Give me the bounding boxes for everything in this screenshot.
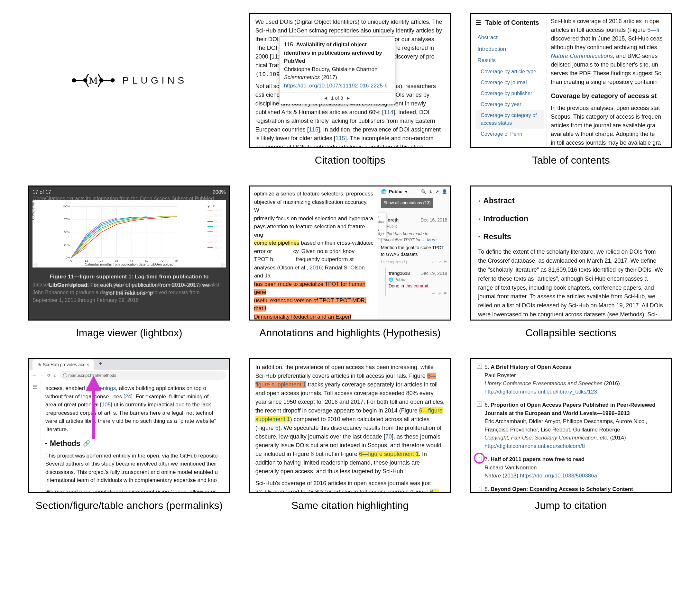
reference-year: (2014) <box>610 435 626 441</box>
new-tab-button[interactable]: + <box>94 358 107 370</box>
lightbox-zoom[interactable]: 200% <box>213 188 226 196</box>
citation-ref[interactable]: 105 <box>102 401 111 408</box>
citation-ref[interactable]: 70 <box>385 433 392 440</box>
flag-icon[interactable]: ⚑ <box>444 291 447 296</box>
highlight[interactable]: useful extended version of TPOT, TPOT-MD… <box>254 297 366 312</box>
reply-icon[interactable]: ↩ <box>432 291 435 296</box>
reference-link[interactable]: https://doi.org/10.1038/500386a <box>520 473 597 479</box>
tile-caption: Same citation highlighting <box>292 500 409 511</box>
lightbox-tile: OpenCitations extracts its information f… <box>28 186 230 320</box>
body-text: than creating a single repository contai… <box>551 79 658 85</box>
section-heading: Methods <box>50 438 80 449</box>
browser-reload-icon[interactable]: ⟳ <box>47 372 51 379</box>
permalink-icon[interactable]: 🔗 <box>83 439 90 448</box>
annotation-entry[interactable]: moorejhDec 16, 2018 🌐 Public Effort has … <box>381 214 447 265</box>
figure-link[interactable]: 6 <box>275 425 279 431</box>
lightbox-image[interactable]: 0%25%50%75%100%012243648607284 Cumulativ… <box>33 200 226 268</box>
toc-subitem-selected[interactable]: Coverage by category of access status <box>476 110 544 129</box>
toc-item-results[interactable]: Results <box>476 55 544 66</box>
reference-title: Half of 2011 papers now free to read <box>491 456 584 462</box>
toc-subitem[interactable]: Coverage by year <box>476 99 544 110</box>
browser-tab[interactable]: 🗎 Sci-Hub provides acc × <box>33 359 94 370</box>
browser-home-icon[interactable]: ⌂ <box>54 372 57 379</box>
citation-ref[interactable]: 115 <box>336 135 345 142</box>
section-header-abstract[interactable]: ›Abstract <box>478 192 664 210</box>
tooltip-doi-link[interactable]: https://doi.org/10.1007/s11192-016-2225-… <box>284 83 388 89</box>
reply-icon[interactable]: ↩ <box>432 259 435 265</box>
body-text: allows building applications on top o <box>117 385 206 391</box>
jump-to-citation-icon[interactable]: ⌃ <box>477 401 482 407</box>
tooltip-prev-icon[interactable]: ◀ <box>324 95 327 101</box>
flag-icon[interactable]: ⚑ <box>444 259 447 265</box>
body-text: literature. <box>45 426 68 433</box>
lightbox-caption-body: For each year of publication from 2010–2… <box>89 282 209 296</box>
figure-link-highlighted[interactable]: 6—figure supplement 1 <box>359 451 419 457</box>
citation-ref[interactable]: 24 <box>125 394 131 400</box>
list-icon[interactable]: ☰ <box>33 384 38 390</box>
share-icon[interactable]: ↗ <box>435 188 439 195</box>
citation-link[interactable]: 2016 <box>310 265 322 271</box>
figure-link[interactable]: 6—fi <box>647 27 659 33</box>
toc-subitem[interactable]: Coverage by article type <box>476 66 544 77</box>
toc-subitem[interactable]: Coverage by journal <box>476 77 544 88</box>
visibility-label[interactable]: Public <box>389 188 402 195</box>
body-text: primarily focus on model selection and h… <box>254 215 373 222</box>
annotation-note: Done in <box>388 283 405 288</box>
body-text: pays attention to feature selection and … <box>254 224 365 238</box>
hypothesis-sidebar: ✎Annotate ▃Highlight 🌐 Public ▾ 🔍 ↧ ↗ 👤 … <box>378 187 450 319</box>
share-icon[interactable]: ↗ <box>438 259 441 265</box>
sort-icon[interactable]: ↧ <box>429 188 433 195</box>
search-icon[interactable]: 🔍 <box>421 188 426 195</box>
highlight[interactable]: Dimensionality Reduction and an Expert K… <box>254 314 351 320</box>
reference-journal: Nature <box>484 473 501 479</box>
toc-title: Table of Contents <box>485 18 539 27</box>
reference-link[interactable]: http://digitalcommons.unl.edu/scholcom/8 <box>484 443 585 449</box>
link[interactable]: Conda <box>171 489 186 494</box>
tooltip-ref-number: 115. <box>284 41 295 47</box>
toc-subitem[interactable]: Coverage by publisher <box>476 88 544 99</box>
tooltip-pager: 1 of 3 <box>331 95 343 102</box>
tile-caption: Section/figure/table anchors (permalinks… <box>36 500 223 511</box>
url-field[interactable]: ⓘ manuscript.html#methods <box>60 371 226 380</box>
reference-link[interactable]: http://digitalcommons.unl.edu/library_ta… <box>484 389 597 395</box>
journal-link[interactable]: Nature Communications <box>551 53 613 59</box>
highlight[interactable]: complete pipelines <box>254 240 300 246</box>
jump-to-citation-icon[interactable]: ⌃ <box>477 363 482 369</box>
tooltip-title: Availability of digital object identifie… <box>284 41 382 64</box>
chart-xlabel: Calendar months from publication date to… <box>85 262 174 267</box>
citation-ref[interactable]: 114 <box>384 109 394 116</box>
toc-item-abstract[interactable]: Abstract <box>476 32 544 43</box>
figure-link[interactable]: 6 <box>311 451 314 457</box>
toc-subitem[interactable]: Coverage of Penn <box>476 129 544 140</box>
citation-tooltip[interactable]: 115. Availability of digital object iden… <box>279 36 395 104</box>
account-icon[interactable]: 👤 <box>442 188 447 195</box>
link[interactable]: openings, <box>94 385 117 391</box>
body-text: , allowing us <box>186 489 217 494</box>
section-header-introduction[interactable]: ›Introduction <box>478 210 664 228</box>
chevron-down-icon[interactable]: › <box>42 442 51 444</box>
body-text: ces [ <box>114 394 125 400</box>
toc-sidebar: ☰ Table of Contents Abstract Introductio… <box>471 14 547 147</box>
chart-ylabel: Cumulative coverage <box>31 187 36 219</box>
show-all-annotations-button[interactable]: Show all annotations (13) <box>381 198 433 208</box>
citation-ref[interactable]: 115 <box>309 126 318 133</box>
toc-item-introduction[interactable]: Introduction <box>476 43 544 55</box>
more-link[interactable]: More <box>427 237 437 242</box>
highlight-button[interactable]: ▃Highlight <box>378 226 385 237</box>
share-icon[interactable]: ↗ <box>438 291 441 296</box>
list-icon[interactable]: ☰ <box>476 18 481 27</box>
reference-item: ⌃7. Half of 2011 papers now free to read… <box>477 455 665 480</box>
section-header-results[interactable]: ›Results <box>478 228 664 246</box>
highlight[interactable]: has been made to specialize TPOT for hum… <box>254 281 365 295</box>
annotation-reply[interactable]: trang1618Dec 19, 2018 🌐 Public Done in t… <box>385 268 447 296</box>
hide-replies-link[interactable]: Hide replies (1) <box>381 259 407 265</box>
commit-link[interactable]: this commit. <box>405 283 429 288</box>
browser-back-icon[interactable]: ← <box>33 372 37 379</box>
body-text: but not in Figure <box>314 451 359 457</box>
body-text: ] ut is currently impractical due to the… <box>111 401 211 408</box>
browser-forward-icon[interactable]: → <box>40 372 44 379</box>
tooltip-next-icon[interactable]: ▶ <box>347 95 350 101</box>
body-text: preprocessed corpus of arti s. The barri… <box>45 410 213 416</box>
annotate-button[interactable]: ✎Annotate <box>378 214 385 225</box>
jump-to-citation-icon[interactable]: ⌃ <box>477 486 482 491</box>
